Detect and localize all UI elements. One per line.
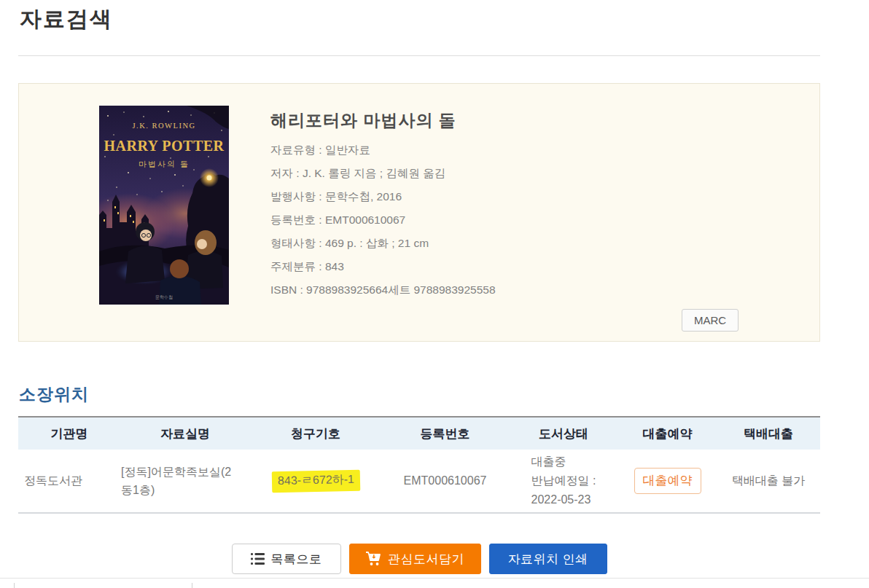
list-icon <box>251 553 265 565</box>
book-title: 해리포터와 마법사의 돌 <box>270 109 496 132</box>
col-header-delivery: 택배대출 <box>717 417 820 450</box>
status-due-label: 반납예정일 : <box>531 474 596 487</box>
holding-status: 대출중 반납예정일 : 2022-05-23 <box>509 450 618 513</box>
page-title: 자료검색 <box>20 4 820 34</box>
book-detail-subject: 주제분류 : 843 <box>270 259 496 274</box>
status-due-date: 2022-05-23 <box>531 493 591 506</box>
col-header-library: 기관명 <box>18 417 120 450</box>
add-interest-label: 관심도서담기 <box>388 551 464 568</box>
book-detail-publication: 발행사항 : 문학수첩, 2016 <box>270 189 496 204</box>
col-header-reserve: 대출예약 <box>618 417 717 450</box>
col-header-status: 도서상태 <box>509 417 618 450</box>
marc-button[interactable]: MARC <box>682 309 739 332</box>
col-header-room: 자료실명 <box>120 417 250 450</box>
book-detail-card: J.K. ROWLING HARRY POTTER 마법사의 돌 <box>18 83 820 342</box>
print-location-button[interactable]: 자료위치 인쇄 <box>489 544 607 574</box>
book-detail-material-type: 자료유형 : 일반자료 <box>270 143 496 157</box>
cover-publisher-text: 문학수첩 <box>155 295 173 299</box>
book-cover-image: J.K. ROWLING HARRY POTTER 마법사의 돌 <box>99 106 229 305</box>
holdings-section-title: 소장위치 <box>19 383 820 406</box>
cart-icon <box>365 552 381 566</box>
holding-library: 정독도서관 <box>18 450 120 513</box>
action-button-bar: 목록으로 관심도서담기 자료위치 인쇄 <box>18 544 820 574</box>
holdings-table: 기관명 자료실명 청구기호 등록번호 도서상태 대출예약 택배대출 정독도서관 … <box>18 416 820 514</box>
book-cover-art: J.K. ROWLING HARRY POTTER 마법사의 돌 <box>99 106 229 305</box>
content-container: 자료검색 <box>18 4 820 574</box>
holding-call-number: 843-ㄹ672하-1 <box>250 450 381 513</box>
cover-subtitle-text: 마법사의 돌 <box>139 160 190 168</box>
book-detail-author: 저자 : J. K. 롤링 지음 ; 김혜원 옮김 <box>270 166 496 181</box>
col-header-call-number: 청구기호 <box>250 417 381 450</box>
footer-column-separator <box>14 583 15 588</box>
loan-reserve-button[interactable]: 대출예약 <box>634 468 701 494</box>
cover-title-text: HARRY POTTER <box>104 138 224 154</box>
status-loaned: 대출중 <box>531 455 566 468</box>
call-number-highlight: 843-ㄹ672하-1 <box>271 469 360 493</box>
footer-divider <box>0 578 869 579</box>
footer-column-separator <box>192 583 192 588</box>
holding-reg-number[interactable]: EMT000610067 <box>381 450 509 513</box>
holdings-row: 정독도서관 [정독]어문학족보실(2동1층) 843-ㄹ672하-1 EMT00… <box>18 450 820 513</box>
book-detail-reg-number: 등록번호 : EMT000610067 <box>270 213 496 227</box>
book-detail-isbn: ISBN : 9788983925664세트 9788983925558 <box>270 283 496 297</box>
book-info: 해리포터와 마법사의 돌 자료유형 : 일반자료 저자 : J. K. 롤링 지… <box>270 109 496 306</box>
title-divider <box>18 55 820 56</box>
cover-author-text: J.K. ROWLING <box>132 122 195 130</box>
back-to-list-label: 목록으로 <box>271 551 322 568</box>
holding-reserve: 대출예약 <box>618 450 717 513</box>
col-header-reg-number: 등록번호 <box>381 417 509 450</box>
back-to-list-button[interactable]: 목록으로 <box>232 544 341 574</box>
holdings-header-row: 기관명 자료실명 청구기호 등록번호 도서상태 대출예약 택배대출 <box>18 417 820 450</box>
holding-room: [정독]어문학족보실(2동1층) <box>120 450 250 513</box>
holding-delivery: 택배대출 불가 <box>717 450 820 513</box>
print-location-label: 자료위치 인쇄 <box>507 551 588 568</box>
book-detail-physical: 형태사항 : 469 p. : 삽화 ; 21 cm <box>270 236 496 251</box>
add-interest-button[interactable]: 관심도서담기 <box>349 544 481 574</box>
